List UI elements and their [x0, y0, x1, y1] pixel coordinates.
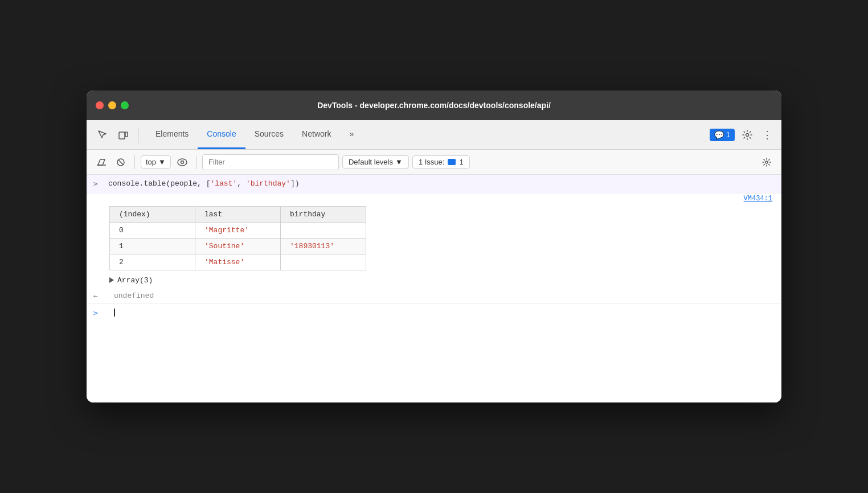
svg-line-5 — [118, 159, 124, 165]
svg-rect-1 — [125, 132, 128, 137]
settings-icon[interactable] — [738, 126, 756, 144]
console-divider-1 — [134, 155, 135, 169]
message-icon: 💬 — [714, 130, 724, 139]
text-cursor — [114, 309, 115, 317]
input-prompt: > — [93, 309, 103, 317]
cell-birthday-2 — [281, 254, 366, 270]
minimize-button[interactable] — [108, 101, 116, 109]
col-header-last: last — [195, 206, 281, 222]
levels-arrow-icon: ▼ — [395, 158, 403, 166]
table-row: 2 'Matisse' — [110, 254, 366, 270]
cell-last-1: 'Soutine' — [195, 238, 281, 254]
cell-birthday-0 — [281, 222, 366, 238]
maximize-button[interactable] — [121, 101, 129, 109]
vm-reference[interactable]: VM434:1 — [87, 194, 781, 204]
device-mode-icon[interactable] — [114, 126, 132, 144]
command-text: console.table(people, ['last', 'birthday… — [108, 178, 299, 190]
array-expandable[interactable]: Array(3) — [87, 273, 781, 288]
tab-network[interactable]: Network — [293, 120, 340, 149]
col-header-index: (index) — [110, 206, 195, 222]
clear-console-icon[interactable] — [93, 154, 109, 170]
svg-point-6 — [178, 159, 187, 166]
cell-index-2: 2 — [110, 254, 195, 270]
log-levels-label: Default levels — [349, 158, 393, 166]
tab-sources[interactable]: Sources — [245, 120, 293, 149]
context-selector[interactable]: top ▼ — [141, 155, 171, 169]
issues-count: 1 — [726, 130, 730, 139]
tab-console[interactable]: Console — [198, 120, 245, 149]
console-table: (index) last birthday 0 'Magritte' 1 'So… — [109, 206, 366, 270]
more-options-icon[interactable]: ⋮ — [760, 129, 775, 141]
console-content: > console.table(people, ['last', 'birthd… — [87, 175, 781, 402]
result-line: ← undefined — [87, 288, 781, 303]
issues-count-label: 1 — [459, 158, 463, 166]
console-input-line[interactable]: > — [87, 303, 781, 322]
tab-list: Elements Console Sources Network » — [146, 120, 363, 149]
issues-badge[interactable]: 💬 1 — [710, 129, 735, 141]
table-row: 1 'Soutine' '18930113' — [110, 238, 366, 254]
console-command-line: > console.table(people, ['last', 'birthd… — [87, 175, 781, 194]
live-expressions-icon[interactable] — [174, 154, 190, 170]
dropdown-arrow-icon: ▼ — [158, 158, 166, 166]
title-bar: DevTools - developer.chrome.com/docs/dev… — [87, 91, 781, 120]
context-label: top — [146, 158, 156, 166]
toolbar-divider-1 — [138, 127, 138, 143]
window-title: DevTools - developer.chrome.com/docs/dev… — [317, 101, 551, 110]
result-value: undefined — [114, 291, 154, 300]
svg-point-8 — [765, 161, 768, 163]
traffic-lights — [96, 101, 129, 109]
inspect-element-icon[interactable] — [93, 126, 112, 144]
command-prompt: > — [93, 178, 103, 190]
devtools-window: DevTools - developer.chrome.com/docs/dev… — [87, 91, 781, 402]
tab-more[interactable]: » — [340, 120, 363, 149]
block-network-icon[interactable] — [113, 154, 129, 170]
cell-index-1: 1 — [110, 238, 195, 254]
main-toolbar: Elements Console Sources Network » 💬 1 — [87, 120, 781, 150]
cell-index-0: 0 — [110, 222, 195, 238]
log-levels-dropdown[interactable]: Default levels ▼ — [342, 155, 409, 169]
console-settings-icon[interactable] — [759, 154, 775, 170]
col-header-birthday: birthday — [281, 206, 366, 222]
result-arrow: ← — [93, 291, 103, 300]
svg-point-7 — [181, 161, 183, 163]
cell-birthday-1: '18930113' — [281, 238, 366, 254]
console-divider-2 — [196, 155, 196, 169]
console-toolbar: top ▼ Default levels ▼ 1 Issue: 1 — [87, 150, 781, 175]
cell-last-0: 'Magritte' — [195, 222, 281, 238]
array-label: Array(3) — [117, 276, 153, 285]
svg-point-2 — [746, 133, 749, 136]
issues-text: 1 Issue: — [419, 158, 445, 166]
table-row: 0 'Magritte' — [110, 222, 366, 238]
expand-triangle-icon — [109, 277, 114, 283]
filter-input[interactable] — [202, 154, 339, 170]
issues-button[interactable]: 1 Issue: 1 — [412, 155, 470, 169]
close-button[interactable] — [96, 101, 104, 109]
tab-elements[interactable]: Elements — [146, 120, 198, 149]
msg-icon-blue — [448, 159, 456, 165]
toolbar-right: 💬 1 ⋮ — [710, 126, 775, 144]
cell-last-2: 'Matisse' — [195, 254, 281, 270]
svg-rect-0 — [119, 132, 125, 139]
